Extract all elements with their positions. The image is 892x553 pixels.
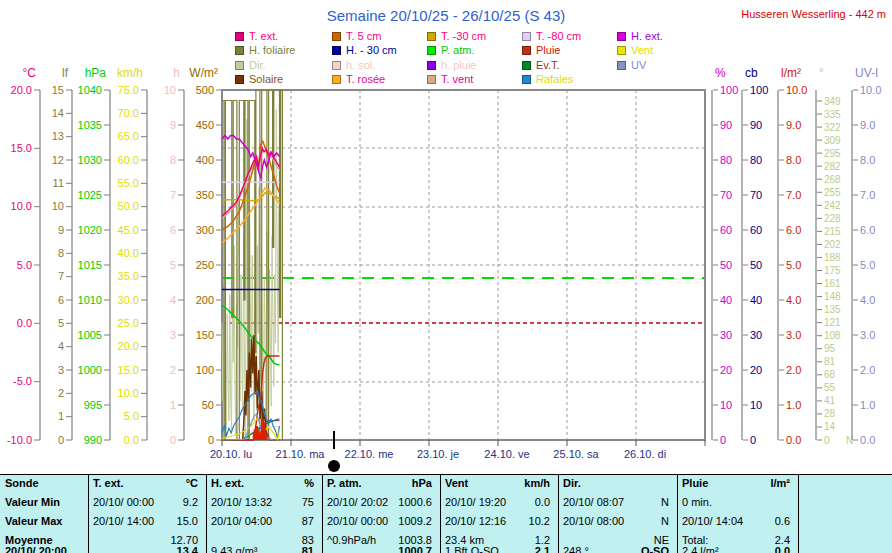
axis-tick-label: 60.0 [118, 154, 139, 166]
axis-tick-label: 7 [170, 189, 176, 201]
axis-tick-label: 10.0 [786, 84, 807, 96]
x-axis-day-label: 24.10. ve [484, 448, 529, 460]
cell-text: 20/10/ 08:07 [563, 496, 624, 509]
axis-tick-label: 1020 [78, 224, 102, 236]
stats-cell-r4c6: 2.4 l/m²0.0 [682, 545, 790, 553]
cell-text: 20/10/ 08:00 [563, 515, 624, 528]
axis-tick-label: 0.0 [860, 434, 875, 446]
table-column-divider [677, 475, 678, 553]
axis-tick-label: -10.0 [7, 434, 32, 446]
axis-header-lf: lf [62, 66, 69, 80]
axis-tick-label: 41 [824, 395, 836, 406]
stats-cell-r4c0: 20/10/ 20:00 [5, 545, 80, 553]
table-column-divider [798, 475, 799, 553]
axis-tick-label: 3.0 [860, 329, 875, 341]
stats-cell-r0c6: Pluiel/m² [682, 477, 790, 490]
axis-tick-label: 20.0 [118, 340, 139, 352]
axis-tick-label: 8 [170, 154, 176, 166]
axis-tick-label: 50.0 [118, 200, 139, 212]
stats-cell-r1c4: 20/10/ 19:200.0 [445, 496, 550, 509]
axis-header-W/m²: W/m² [189, 66, 218, 80]
axis-tick-label: 45.0 [118, 224, 139, 236]
axis-tick-label: 25.0 [118, 317, 139, 329]
axis-tick-label: 68 [824, 369, 836, 380]
axis-tick-label: 2 [170, 364, 176, 376]
cell-value: % [304, 477, 314, 490]
axis-tick-label: 4.0 [860, 294, 875, 306]
axis-tick-label: 5 [58, 317, 64, 329]
axis-tick-label: 13 [52, 130, 64, 142]
axis-tick-label: 6 [170, 224, 176, 236]
axis-tick-label: 55 [824, 382, 836, 393]
axis-tick-label: 0.0 [17, 317, 32, 329]
stats-cell-r2c5: 20/10/ 08:00N [563, 515, 669, 528]
axis-tick-label: 30.0 [118, 294, 139, 306]
series-t-rosee [222, 188, 280, 243]
stats-cell-r2c6: 20/10/ 14:040.6 [682, 515, 790, 528]
axis-tick-label: 5 [170, 259, 176, 271]
axis-tick-label: 80 [720, 154, 732, 166]
axis-tick-label: 228 [824, 213, 841, 224]
stats-cell-r0c3: P. atm.hPa [327, 477, 432, 490]
axis-tick-label: 6 [58, 294, 64, 306]
axis-tick-label: 90 [720, 119, 732, 131]
axis-tick-label: 1030 [78, 154, 102, 166]
axis-tick-label: 90 [750, 119, 762, 131]
cell-text: 1 Bft O-SO [445, 545, 499, 553]
cell-text: Valeur Min [5, 496, 60, 509]
time-cursor-dot[interactable] [328, 460, 340, 472]
stats-cell-r1c3: 20/10/ 20:021000.6 [327, 496, 432, 509]
axis-tick-label: 80 [750, 154, 762, 166]
axis-tick-label: 0 [750, 434, 756, 446]
x-axis-day-label: 21.10. ma [276, 448, 326, 460]
x-axis-day-label: 20.10. lu [210, 448, 252, 460]
axis-header-°: ° [819, 66, 824, 80]
axis-tick-label: 50 [750, 259, 762, 271]
stats-cell-r1c2: 20/10/ 13:3275 [211, 496, 314, 509]
cell-value: km/h [524, 477, 550, 490]
cell-text: 20/10/ 12:16 [445, 515, 506, 528]
axis-tick-label: 4 [170, 294, 176, 306]
cell-value: 81 [302, 545, 314, 553]
axis-tick-label: 335 [824, 109, 841, 120]
x-axis-day-label: 23.10. je [417, 448, 459, 460]
weather-chart-window: Semaine 20/10/25 - 26/10/25 (S 43) Husse… [0, 0, 892, 553]
axis-tick-label: 200 [196, 294, 214, 306]
axis-tick-label: 0 [170, 434, 176, 446]
axis-tick-label: 0 [824, 435, 830, 446]
axis-header-h: h [173, 66, 180, 80]
axis-tick-label: 1005 [78, 329, 102, 341]
axis-tick-label: 135 [824, 304, 841, 315]
axis-header-UV-I: UV-I [855, 66, 878, 80]
axis-tick-label: 400 [196, 154, 214, 166]
stats-table: SondeT. ext.°CH. ext.%P. atm.hPaVentkm/h… [0, 474, 892, 553]
cell-text: 248 ° [563, 545, 589, 553]
axis-header-%: % [715, 66, 726, 80]
axis-tick-label: 70.0 [118, 107, 139, 119]
axis-tick-label: 121 [824, 317, 841, 328]
series-h-sol [222, 427, 280, 440]
axis-tick-label: 8.0 [860, 154, 875, 166]
axis-tick-label: 1.0 [786, 399, 801, 411]
axis-tick-label: 161 [824, 278, 841, 289]
axis-tick-label: -5.0 [13, 375, 32, 387]
axis-tick-label: 10.0 [860, 84, 881, 96]
series-t-30cm [222, 193, 280, 201]
series-dir [222, 109, 280, 440]
axis-header-l/m²: l/m² [781, 66, 801, 80]
axis-tick-label: 1000 [78, 364, 102, 376]
axis-tick-label: 2.0 [786, 364, 801, 376]
axis-tick-label: 7.0 [786, 189, 801, 201]
axis-tick-label: 15.0 [11, 142, 32, 154]
axis-tick-label: 450 [196, 119, 214, 131]
stats-cell-r1c0: Valeur Min [5, 496, 80, 509]
cell-text: 20/10/ 13:32 [211, 496, 272, 509]
axis-tick-label: 202 [824, 239, 841, 250]
axis-tick-label: 1040 [78, 84, 102, 96]
stats-cell-r4c5: 248 °O-SO [563, 545, 669, 553]
cell-value: 0.0 [775, 545, 790, 553]
stats-cell-r2c2: 20/10/ 04:0087 [211, 515, 314, 528]
axis-tick-label: 50 [202, 399, 214, 411]
rain-bar [264, 435, 267, 440]
x-axis-day-label: 26.10. di [624, 448, 666, 460]
